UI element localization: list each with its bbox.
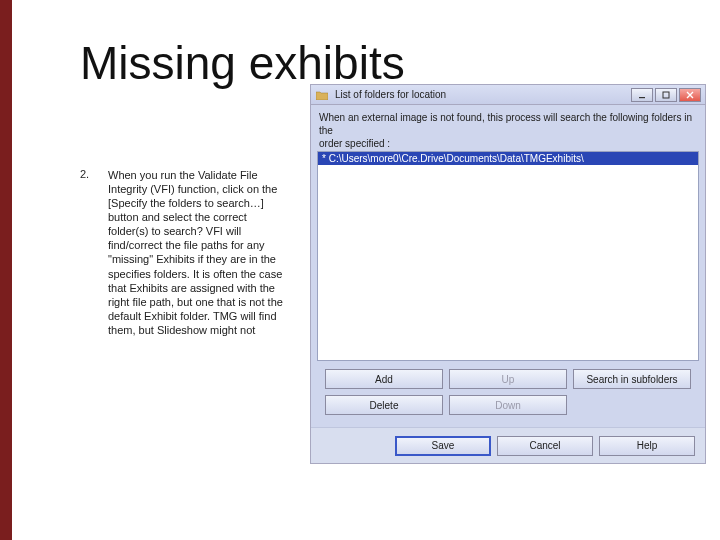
dialog-title: List of folders for location — [335, 89, 631, 100]
numbered-list-item: 2. When you run the Validate File Integr… — [80, 168, 290, 337]
list-number: 2. — [80, 168, 94, 337]
dialog-footer: Save Cancel Help — [311, 427, 705, 463]
help-button[interactable]: Help — [599, 436, 695, 456]
folder-listbox[interactable]: * C:\Users\more0\Cre.Drive\Documents\Dat… — [317, 151, 699, 361]
add-button[interactable]: Add — [325, 369, 443, 389]
delete-button[interactable]: Delete — [325, 395, 443, 415]
dialog-window: List of folders for location When an ext… — [310, 84, 706, 464]
dialog-titlebar: List of folders for location — [311, 85, 705, 105]
svg-rect-1 — [663, 92, 669, 98]
button-row-1: Add Up Search in subfolders — [317, 369, 699, 389]
cancel-button[interactable]: Cancel — [497, 436, 593, 456]
maximize-button[interactable] — [655, 88, 677, 102]
slide: Missing exhibits 2. When you run the Val… — [0, 0, 720, 540]
save-button[interactable]: Save — [395, 436, 491, 456]
accent-bar — [0, 0, 12, 540]
dialog-body: When an external image is not found, thi… — [317, 111, 699, 457]
svg-rect-0 — [639, 97, 645, 98]
window-controls — [631, 88, 701, 102]
slide-title: Missing exhibits — [80, 40, 405, 87]
list-body: When you run the Validate File Integrity… — [108, 168, 290, 337]
folder-list-item-selected[interactable]: * C:\Users\more0\Cre.Drive\Documents\Dat… — [318, 152, 698, 165]
close-button[interactable] — [679, 88, 701, 102]
minimize-button[interactable] — [631, 88, 653, 102]
explain-line-2: order specified : — [319, 137, 697, 150]
search-subfolders-button[interactable]: Search in subfolders — [573, 369, 691, 389]
explain-line-1: When an external image is not found, thi… — [319, 111, 697, 137]
dialog-explanation: When an external image is not found, thi… — [317, 111, 699, 150]
up-button[interactable]: Up — [449, 369, 567, 389]
button-row-2: Delete Down — [317, 395, 699, 415]
down-button[interactable]: Down — [449, 395, 567, 415]
folder-icon — [315, 88, 329, 102]
